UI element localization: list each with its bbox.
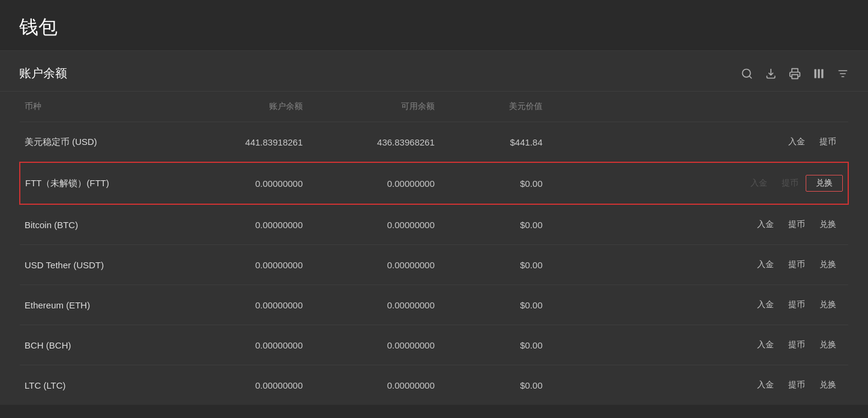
withdraw-button[interactable]: 提币 [781, 257, 812, 272]
currency-name: Bitcoin (BTC) [20, 204, 176, 245]
page-title: 钱包 [19, 14, 849, 41]
available-value: 436.83968261 [308, 122, 439, 163]
available-value: 0.00000000 [308, 325, 439, 365]
available-value: 0.00000000 [308, 285, 439, 325]
svg-rect-1 [815, 69, 816, 78]
withdraw-button[interactable]: 提币 [781, 377, 812, 393]
toolbar-icons [741, 68, 849, 80]
deposit-button[interactable]: 入金 [750, 297, 781, 313]
available-value: 0.00000000 [308, 162, 439, 204]
exchange-button[interactable]: 兑换 [812, 217, 843, 232]
usd-value: $0.00 [439, 162, 547, 204]
currency-name: BCH (BCH) [20, 325, 176, 365]
print-icon[interactable] [789, 68, 801, 80]
balance-value: 0.00000000 [176, 325, 308, 365]
withdraw-button[interactable]: 提币 [781, 297, 812, 313]
table-container: 币种 账户余额 可用余额 美元价值 美元稳定币 (USD)441.8391826… [0, 92, 868, 405]
currency-name: USD Tether (USDT) [20, 245, 176, 285]
table-row: BCH (BCH)0.000000000.00000000$0.00入金提币兑换 [20, 325, 848, 365]
search-icon[interactable] [741, 68, 753, 80]
balance-value: 0.00000000 [176, 365, 308, 405]
withdraw-button[interactable]: 提币 [812, 134, 843, 150]
usd-value: $0.00 [439, 365, 547, 405]
deposit-button[interactable]: 入金 [750, 217, 781, 232]
deposit-button[interactable]: 入金 [750, 257, 781, 272]
withdraw-button[interactable]: 提币 [781, 217, 812, 232]
withdraw-button[interactable]: 提币 [781, 337, 812, 353]
balance-value: 441.83918261 [176, 122, 308, 163]
table-row: USD Tether (USDT)0.000000000.00000000$0.… [20, 245, 848, 285]
svg-rect-3 [821, 69, 823, 78]
usd-value: $0.00 [439, 285, 547, 325]
usd-value: $0.00 [439, 245, 547, 285]
col-balance: 账户余额 [176, 92, 308, 122]
table-row: Ethereum (ETH)0.000000000.00000000$0.00入… [20, 285, 848, 325]
wallet-card: 账户余额 [0, 51, 868, 405]
table-row: Bitcoin (BTC)0.000000000.00000000$0.00入金… [20, 204, 848, 245]
svg-rect-2 [818, 69, 819, 78]
available-value: 0.00000000 [308, 365, 439, 405]
usd-value: $0.00 [439, 325, 547, 365]
page-header: 钱包 [0, 0, 868, 51]
balance-value: 0.00000000 [176, 285, 308, 325]
exchange-button[interactable]: 兑换 [812, 377, 843, 393]
actions-cell: 入金提币兑换 [547, 245, 848, 285]
usd-value: $0.00 [439, 204, 547, 245]
currency-name: FTT（未解锁）(FTT) [20, 162, 176, 204]
currency-name: Ethereum (ETH) [20, 285, 176, 325]
exchange-button[interactable]: 兑换 [812, 297, 843, 313]
exchange-button[interactable]: 兑换 [812, 337, 843, 353]
col-actions [547, 92, 848, 122]
table-row: LTC (LTC)0.000000000.00000000$0.00入金提币兑换 [20, 365, 848, 405]
deposit-button[interactable]: 入金 [750, 337, 781, 353]
actions-cell: 入金提币兑换 [547, 325, 848, 365]
balance-table: 币种 账户余额 可用余额 美元价值 美元稳定币 (USD)441.8391826… [19, 92, 849, 405]
deposit-button[interactable]: 入金 [750, 377, 781, 393]
card-header: 账户余额 [0, 51, 868, 92]
filter-icon[interactable] [837, 68, 849, 80]
exchange-button[interactable]: 兑换 [806, 175, 843, 192]
available-value: 0.00000000 [308, 204, 439, 245]
currency-name: LTC (LTC) [20, 365, 176, 405]
table-header-row: 币种 账户余额 可用余额 美元价值 [20, 92, 848, 122]
deposit-button[interactable]: 入金 [781, 134, 812, 150]
currency-name: 美元稳定币 (USD) [20, 122, 176, 163]
deposit-button[interactable]: 入金 [743, 175, 774, 191]
actions-cell: 入金提币兑换 [547, 204, 848, 245]
actions-cell: 入金提币兑换 [547, 162, 848, 204]
col-currency: 币种 [20, 92, 176, 122]
usd-value: $441.84 [439, 122, 547, 163]
table-row: FTT（未解锁）(FTT)0.000000000.00000000$0.00入金… [20, 162, 848, 204]
actions-cell: 入金提币 [547, 122, 848, 163]
withdraw-button[interactable]: 提币 [774, 175, 806, 191]
table-row: 美元稳定币 (USD)441.83918261436.83968261$441.… [20, 122, 848, 163]
col-available: 可用余额 [308, 92, 439, 122]
columns-icon[interactable] [813, 68, 825, 80]
actions-cell: 入金提币兑换 [547, 285, 848, 325]
col-usd-value: 美元价值 [439, 92, 547, 122]
card-title: 账户余额 [19, 65, 67, 81]
balance-value: 0.00000000 [176, 245, 308, 285]
actions-cell: 入金提币兑换 [547, 365, 848, 405]
balance-value: 0.00000000 [176, 162, 308, 204]
balance-value: 0.00000000 [176, 204, 308, 245]
download-icon[interactable] [765, 68, 777, 80]
available-value: 0.00000000 [308, 245, 439, 285]
exchange-button[interactable]: 兑换 [812, 257, 843, 272]
